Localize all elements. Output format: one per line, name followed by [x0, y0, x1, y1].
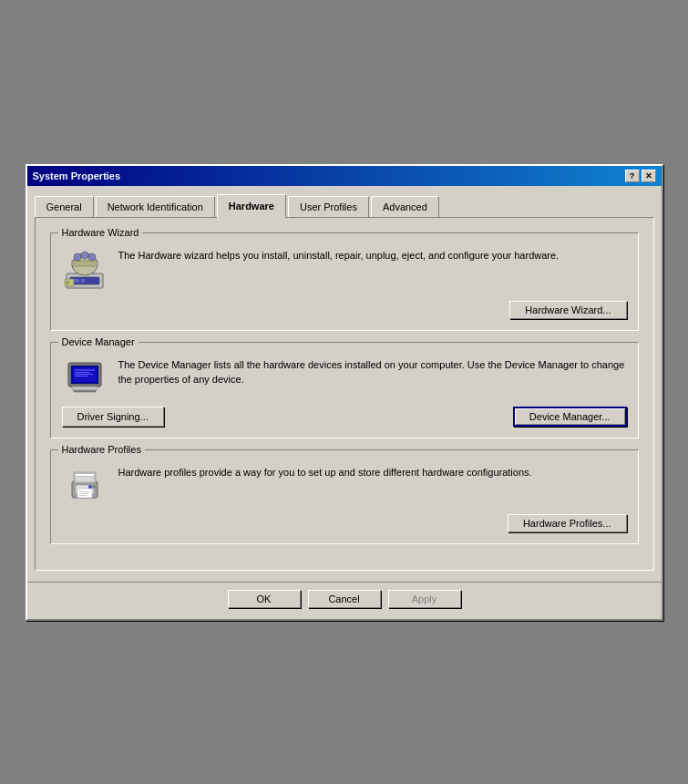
svg-rect-29 — [79, 495, 87, 496]
svg-rect-18 — [75, 374, 93, 375]
device-manager-content: The Device Manager lists all the hardwar… — [62, 357, 627, 397]
window-title: System Properties — [33, 170, 121, 181]
help-button[interactable]: ? — [625, 170, 640, 182]
svg-rect-27 — [79, 491, 90, 492]
hardware-wizard-description: The Hardware wizard helps you install, u… — [118, 248, 627, 263]
hardware-profiles-group: Hardware Profiles — [50, 449, 639, 544]
tab-bar: General Network Identification Hardware … — [35, 193, 654, 217]
device-manager-description: The Device Manager lists all the hardwar… — [118, 357, 627, 387]
bottom-button-row: OK Cancel Apply — [27, 582, 662, 619]
svg-rect-2 — [74, 279, 79, 283]
system-properties-window: System Properties ? ✕ General Network Id… — [26, 164, 663, 621]
tab-network-identification[interactable]: Network Identification — [96, 196, 215, 218]
svg-rect-24 — [76, 474, 94, 476]
title-bar-buttons: ? ✕ — [625, 170, 656, 182]
hardware-wizard-icon — [63, 248, 107, 292]
close-button[interactable]: ✕ — [642, 170, 656, 182]
svg-point-31 — [88, 485, 92, 489]
tab-general[interactable]: General — [35, 196, 94, 218]
driver-signing-button[interactable]: Driver Signing... — [62, 407, 164, 427]
tab-hardware[interactable]: Hardware — [217, 194, 286, 218]
hardware-profiles-icon — [65, 465, 105, 505]
cancel-button[interactable]: Cancel — [308, 590, 381, 608]
title-bar: System Properties ? ✕ — [27, 166, 662, 186]
hardware-wizard-content: The Hardware wizard helps you install, u… — [62, 248, 627, 292]
hardware-profiles-content: Hardware profiles provide a way for you … — [62, 465, 627, 505]
hardware-wizard-button-row: Hardware Wizard... — [62, 301, 627, 319]
device-manager-group: Device Manager — [50, 342, 639, 438]
svg-point-7 — [81, 252, 88, 259]
device-manager-button[interactable]: Device Manager... — [513, 407, 627, 427]
hardware-profiles-button-row: Hardware Profiles... — [62, 514, 627, 532]
hardware-wizard-button[interactable]: Hardware Wizard... — [509, 301, 626, 319]
device-manager-icon-container — [62, 357, 108, 397]
svg-rect-25 — [76, 477, 94, 481]
svg-point-30 — [92, 485, 96, 489]
svg-rect-19 — [75, 376, 87, 377]
apply-button[interactable]: Apply — [388, 590, 461, 608]
svg-rect-5 — [72, 261, 98, 266]
tab-user-profiles[interactable]: User Profiles — [288, 196, 369, 218]
hardware-wizard-icon-container — [62, 248, 108, 292]
tab-advanced[interactable]: Advanced — [371, 196, 439, 218]
hardware-profiles-button[interactable]: Hardware Profiles... — [508, 514, 627, 532]
ok-button[interactable]: OK — [228, 590, 301, 608]
svg-rect-10 — [66, 281, 69, 284]
svg-rect-14 — [74, 390, 96, 392]
device-manager-button-row: Driver Signing... Device Manager... — [62, 407, 627, 427]
hardware-profiles-icon-container — [62, 465, 108, 505]
hardware-profiles-label: Hardware Profiles — [58, 444, 145, 455]
svg-point-6 — [74, 253, 81, 261]
svg-rect-3 — [81, 279, 85, 283]
svg-point-8 — [88, 253, 96, 261]
hardware-wizard-group: Hardware Wizard — [50, 232, 639, 331]
hardware-wizard-label: Hardware Wizard — [58, 227, 143, 238]
svg-rect-16 — [75, 369, 95, 371]
device-manager-label: Device Manager — [58, 336, 139, 347]
svg-rect-28 — [79, 493, 88, 494]
window-content: General Network Identification Hardware … — [27, 186, 662, 578]
hardware-profiles-description: Hardware profiles provide a way for you … — [118, 465, 627, 480]
svg-rect-20 — [72, 387, 98, 390]
device-manager-icon — [65, 357, 105, 397]
tab-content-hardware: Hardware Wizard — [35, 217, 654, 571]
svg-rect-17 — [75, 372, 89, 373]
